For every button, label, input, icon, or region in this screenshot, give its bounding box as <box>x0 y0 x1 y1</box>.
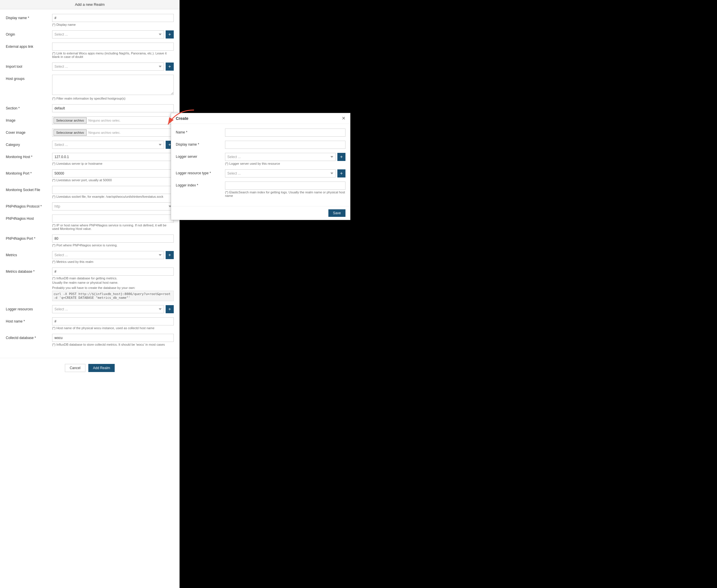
collectd-db-input[interactable] <box>52 334 174 342</box>
popup-name-wrap <box>225 129 346 136</box>
monitoring-host-input[interactable] <box>52 153 174 161</box>
metrics-label: Metrics <box>6 251 52 258</box>
popup-save-button[interactable]: Save <box>328 209 346 217</box>
popup-display-name-input[interactable] <box>225 141 346 149</box>
popup-logger-server-row: Logger server Select ... + (*) Logger se… <box>176 153 346 165</box>
origin-select[interactable]: Select ... <box>52 30 164 39</box>
section-row: Section * <box>6 104 174 112</box>
logger-resources-add-button[interactable]: + <box>166 305 174 313</box>
import-tool-label: Import tool <box>6 63 52 69</box>
section-label: Section * <box>6 104 52 111</box>
monitoring-port-row: Monitoring Port * (*) Livestatus server … <box>6 169 174 182</box>
add-realm-button[interactable]: Add Realm <box>88 364 115 372</box>
monitoring-socket-label: Monitoring Socket File <box>6 186 52 192</box>
popup-logger-server-add-button[interactable]: + <box>337 153 346 161</box>
metrics-db-hint3: Probably you will have to create the dat… <box>52 286 174 290</box>
pnp4nagios-host-input[interactable] <box>52 214 174 223</box>
pnp4nagios-protocol-select-wrap: http https <box>52 202 174 210</box>
image-file-button[interactable]: Seleccionar archivo <box>54 117 87 124</box>
monitoring-socket-hint: (*) Livestatus socket file, for example:… <box>52 195 174 198</box>
popup-logger-index-input[interactable] <box>225 182 346 190</box>
monitoring-host-hint: (*) Livestatus server ip or hostname <box>52 162 174 165</box>
monitoring-socket-input[interactable] <box>52 186 174 194</box>
pnp4nagios-port-label: PNP4Nagios Port * <box>6 234 52 241</box>
metrics-db-label: Metrics database * <box>6 268 52 274</box>
popup-display-name-label: Display name * <box>176 141 225 147</box>
cancel-button[interactable]: Cancel <box>65 364 85 372</box>
metrics-db-row: Metrics database * (*) InfluxDB main dat… <box>6 268 174 301</box>
import-tool-wrap: Select ... + <box>52 63 174 71</box>
external-apps-input[interactable] <box>52 43 174 51</box>
popup-actions: Save <box>171 206 350 220</box>
metrics-db-hint2: Usually the realm name or physical host … <box>52 281 174 284</box>
popup-logger-resource-type-select[interactable]: Select ... <box>225 169 335 177</box>
collectd-db-label: Collectd database * <box>6 334 52 340</box>
arrow-indicator <box>153 104 197 133</box>
origin-label: Origin <box>6 30 52 37</box>
popup-name-input[interactable] <box>225 129 346 136</box>
metrics-db-code: curl -X POST http://${influxdb_host}:808… <box>52 291 174 301</box>
panel-title: Add a new Realm <box>0 0 180 9</box>
collectd-db-hint: (*) InfluxDB database to store collectd … <box>52 343 174 346</box>
logger-resources-row: Logger resources Select ... + <box>6 305 174 313</box>
import-tool-select[interactable]: Select ... <box>52 63 164 71</box>
main-form-panel: Add a new Realm Display name * (*) Displ… <box>0 0 180 588</box>
display-name-hint: (*) Display name <box>52 23 174 26</box>
import-tool-add-button[interactable]: + <box>166 63 174 71</box>
form-actions: Cancel Add Realm <box>0 358 180 378</box>
metrics-hint: (*) Metrics used by this realm <box>52 260 174 264</box>
popup-logger-server-select[interactable]: Select ... <box>225 153 335 161</box>
cover-image-file-name: Ninguno archivo selec. <box>88 131 121 134</box>
pnp4nagios-protocol-wrap: http https <box>52 202 174 210</box>
popup-logger-index-label: Logger index * <box>176 182 225 187</box>
host-groups-label: Host groups <box>6 75 52 81</box>
close-popup-button[interactable]: ✕ <box>342 116 346 121</box>
host-name-input[interactable] <box>52 317 174 326</box>
monitoring-port-label: Monitoring Port * <box>6 169 52 176</box>
pnp4nagios-host-label: PNP4Nagios Host <box>6 214 52 221</box>
form-body: Display name * (*) Display name Origin S… <box>0 9 180 355</box>
create-popup: Create ✕ Name * Display name * Logger se… <box>171 113 350 220</box>
category-select[interactable]: Select ... <box>52 141 164 149</box>
popup-logger-resource-type-row: Logger resource type * Select ... + <box>176 169 346 177</box>
popup-logger-index-row: Logger index * (*) ElasticSearch main in… <box>176 182 346 197</box>
display-name-label: Display name * <box>6 14 52 21</box>
popup-name-row: Name * <box>176 129 346 136</box>
host-groups-wrap: (*) Filter realm information by specifie… <box>52 75 174 100</box>
pnp4nagios-port-hint: (*) Port where PNP4Nagios service is run… <box>52 244 174 247</box>
external-apps-wrap: (*) Link to external Wocu apps menu (inc… <box>52 43 174 59</box>
category-row: Category Select ... + <box>6 141 174 149</box>
external-apps-hint: (*) Link to external Wocu apps menu (inc… <box>52 51 174 59</box>
monitoring-port-wrap: (*) Livestatus server port, usually at 5… <box>52 169 174 182</box>
import-tool-row: Import tool Select ... + <box>6 63 174 71</box>
origin-select-wrap: Select ... + <box>52 30 174 39</box>
popup-logger-resource-type-label: Logger resource type * <box>176 169 225 175</box>
popup-logger-server-wrap: Select ... + (*) Logger server used by t… <box>225 153 346 165</box>
popup-logger-resource-type-add-button[interactable]: + <box>337 169 346 177</box>
monitoring-socket-wrap: (*) Livestatus socket file, for example:… <box>52 186 174 198</box>
pnp4nagios-port-input[interactable] <box>52 234 174 243</box>
origin-row: Origin Select ... + <box>6 30 174 39</box>
cover-image-file-button[interactable]: Seleccionar archivo <box>54 129 87 136</box>
logger-resources-wrap: Select ... + <box>52 305 174 313</box>
metrics-add-button[interactable]: + <box>166 251 174 259</box>
monitoring-port-input[interactable] <box>52 169 174 177</box>
origin-add-button[interactable]: + <box>166 30 174 39</box>
image-label: Image <box>6 117 52 123</box>
pnp4nagios-port-wrap: (*) Port where PNP4Nagios service is run… <box>52 234 174 247</box>
metrics-db-input[interactable] <box>52 268 174 276</box>
pnp4nagios-host-wrap: (*) IP or host name where PNP4Nagios ser… <box>52 214 174 230</box>
create-popup-body: Name * Display name * Logger server <box>171 124 350 206</box>
pnp4nagios-host-hint: (*) IP or host name where PNP4Nagios ser… <box>52 224 174 230</box>
image-file-name: Ninguno archivo selec. <box>88 119 121 122</box>
host-name-hint: (*) Host name of the physical wocu insta… <box>52 326 174 330</box>
metrics-select[interactable]: Select ... <box>52 251 164 259</box>
host-groups-textarea[interactable] <box>52 75 174 95</box>
logger-resources-select[interactable]: Select ... <box>52 305 164 313</box>
pnp4nagios-protocol-select[interactable]: http https <box>52 202 174 210</box>
metrics-select-wrap: Select ... + <box>52 251 174 259</box>
external-apps-row: External apps link (*) Link to external … <box>6 43 174 59</box>
monitoring-host-wrap: (*) Livestatus server ip or hostname <box>52 153 174 165</box>
collectd-db-wrap: (*) InfluxDB database to store collectd … <box>52 334 174 346</box>
display-name-input[interactable] <box>52 14 174 22</box>
